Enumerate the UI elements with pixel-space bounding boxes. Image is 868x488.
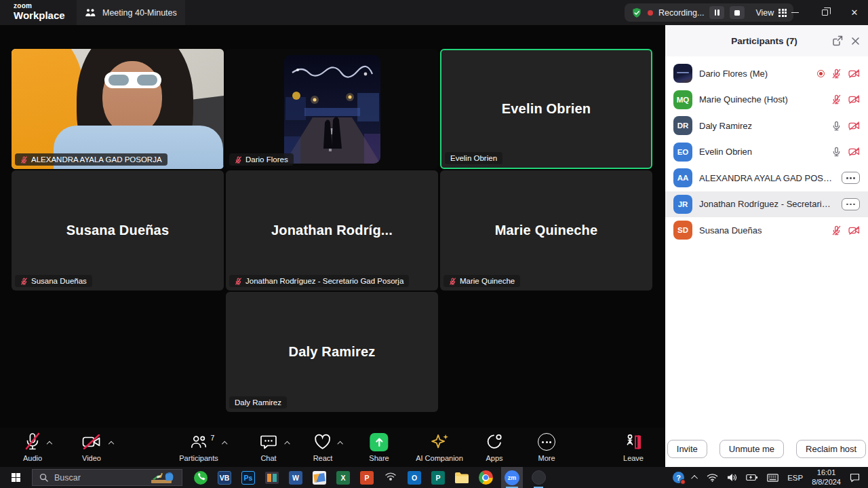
video-grid: ALEXANDRA AYALA GAD POSORJA bbox=[0, 25, 665, 428]
video-options-chevron[interactable] bbox=[108, 441, 114, 447]
participants-button[interactable]: 7 Participants bbox=[179, 432, 218, 462]
mic-muted-icon bbox=[25, 432, 40, 451]
volume-icon[interactable] bbox=[727, 473, 737, 482]
mic-muted-icon[interactable] bbox=[831, 94, 842, 105]
restore-button[interactable] bbox=[809, 0, 840, 25]
participants-options-chevron[interactable] bbox=[222, 441, 227, 447]
participant-row-dario[interactable]: Dario Flores (Me) bbox=[665, 60, 868, 87]
more-options-button[interactable] bbox=[842, 172, 860, 184]
language-indicator[interactable]: ESP bbox=[787, 474, 803, 482]
action-center-icon[interactable] bbox=[850, 473, 860, 483]
video-tile-marie[interactable]: Marie Quineche Marie Quineche bbox=[440, 170, 652, 290]
participant-row-alexandra[interactable]: AA ALEXANDRA AYALA GAD POSORJA bbox=[665, 165, 868, 191]
dario-video-feed bbox=[226, 49, 438, 169]
meeting-tab[interactable]: Meeting 40-Minutes bbox=[77, 0, 185, 25]
taskbar-app-video-editor[interactable] bbox=[264, 467, 280, 488]
popout-icon[interactable] bbox=[832, 35, 843, 46]
taskbar-app-photoshop[interactable]: Ps bbox=[240, 467, 256, 488]
react-button[interactable]: React bbox=[313, 432, 333, 462]
taskbar-app-zoom[interactable]: zm bbox=[501, 467, 523, 488]
video-button[interactable]: Video bbox=[82, 432, 101, 462]
taskbar-app-powerpoint[interactable]: P bbox=[359, 467, 375, 488]
participants-list: Dario Flores (Me) MQ Marie Quineche (Hos… bbox=[665, 56, 868, 244]
pause-recording-button[interactable] bbox=[709, 6, 724, 19]
video-tile-daly[interactable]: Daly Ramirez Daly Ramirez bbox=[226, 292, 438, 412]
video-tile-susana[interactable]: Susana Dueñas Susana Dueñas bbox=[12, 170, 224, 290]
taskbar-app-unknown[interactable] bbox=[530, 467, 547, 488]
taskbar-app-chrome[interactable] bbox=[477, 467, 494, 488]
help-tray-icon[interactable]: ? bbox=[673, 472, 684, 483]
participants-footer: Invite Unmute me Reclaim host bbox=[665, 440, 868, 458]
close-panel-icon[interactable] bbox=[851, 37, 860, 45]
close-icon: ✕ bbox=[851, 7, 859, 18]
participant-row-marie[interactable]: MQ Marie Quineche (Host) bbox=[665, 87, 868, 113]
audio-options-chevron[interactable] bbox=[47, 441, 52, 447]
whatsapp-icon bbox=[193, 470, 208, 485]
mic-on-icon[interactable] bbox=[831, 147, 842, 157]
taskbar-app-visual-basic[interactable]: VB bbox=[216, 467, 233, 488]
taskbar-app-word[interactable]: W bbox=[288, 467, 304, 488]
stop-recording-button[interactable] bbox=[730, 6, 745, 19]
more-options-button[interactable] bbox=[842, 198, 860, 210]
apps-button[interactable]: Apps bbox=[486, 432, 503, 462]
unmute-me-button[interactable]: Unmute me bbox=[719, 440, 784, 458]
reclaim-host-button[interactable]: Reclaim host bbox=[796, 440, 866, 458]
more-button[interactable]: More bbox=[538, 432, 555, 462]
mic-muted-icon bbox=[20, 278, 28, 285]
dark-app-icon bbox=[532, 470, 546, 485]
minimize-button[interactable] bbox=[779, 0, 810, 25]
taskbar-app-file-explorer[interactable] bbox=[454, 467, 470, 488]
leave-button[interactable]: Leave bbox=[623, 432, 644, 462]
tile-name-label: Susana Dueñas bbox=[15, 275, 92, 287]
logo-zoom-text: zoom bbox=[14, 3, 65, 10]
chat-options-chevron[interactable] bbox=[284, 441, 290, 447]
react-options-chevron[interactable] bbox=[338, 441, 343, 447]
hidden-icons-chevron[interactable] bbox=[691, 475, 698, 482]
taskbar-app-outlook[interactable]: O bbox=[406, 467, 422, 488]
close-button[interactable]: ✕ bbox=[839, 0, 868, 25]
more-ellipsis-icon bbox=[538, 433, 555, 451]
participant-row-evelin[interactable]: EO Evelin Obrien bbox=[665, 139, 868, 166]
camera-off-icon[interactable] bbox=[848, 226, 860, 235]
share-button[interactable]: Share bbox=[369, 432, 389, 462]
mic-muted-icon[interactable] bbox=[831, 69, 842, 79]
clock[interactable]: 16:01 8/8/2024 bbox=[812, 468, 841, 487]
ai-companion-button[interactable]: AI Companion bbox=[416, 432, 463, 462]
participant-row-daly[interactable]: DR Daly Ramirez bbox=[665, 113, 868, 139]
camera-off-icon[interactable] bbox=[848, 95, 860, 104]
camera-off-icon[interactable] bbox=[848, 121, 860, 130]
mic-on-icon[interactable] bbox=[831, 121, 842, 131]
taskbar-app-photos[interactable] bbox=[311, 467, 328, 488]
battery-icon[interactable] bbox=[746, 474, 758, 481]
touch-keyboard-icon[interactable] bbox=[767, 474, 778, 482]
taskbar-app-wireless-display[interactable] bbox=[382, 467, 399, 488]
participant-row-susana[interactable]: SD Susana Dueñas bbox=[665, 217, 868, 244]
notification-badge bbox=[680, 479, 686, 485]
tile-name-label: Daly Ramirez bbox=[229, 396, 287, 409]
audio-button[interactable]: Audio bbox=[23, 432, 42, 462]
taskbar-app-publisher[interactable]: P bbox=[430, 467, 446, 488]
mic-muted-icon[interactable] bbox=[831, 225, 842, 236]
restore-icon bbox=[822, 10, 828, 16]
wifi-icon[interactable] bbox=[707, 473, 718, 482]
video-tile-alexandra[interactable]: ALEXANDRA AYALA GAD POSORJA bbox=[12, 49, 224, 169]
video-tile-evelin[interactable]: Evelin Obrien Evelin Obrien bbox=[440, 49, 652, 169]
invite-button[interactable]: Invite bbox=[667, 440, 707, 458]
taskbar-search[interactable]: Buscar bbox=[32, 469, 182, 486]
avatar: SD bbox=[673, 221, 692, 240]
video-tile-jonathan[interactable]: Jonathan Rodríg... Jonathan Rodríguez - … bbox=[226, 170, 438, 290]
mic-muted-icon bbox=[20, 156, 28, 164]
taskbar-app-excel[interactable]: X bbox=[335, 467, 351, 488]
chat-icon bbox=[260, 434, 277, 450]
system-tray: ? ESP 16:01 8/8/2024 bbox=[673, 468, 868, 487]
camera-muted-icon bbox=[83, 434, 101, 449]
taskbar-app-whatsapp[interactable] bbox=[193, 467, 209, 488]
start-button[interactable] bbox=[0, 467, 32, 488]
security-shield-icon[interactable] bbox=[631, 7, 642, 18]
camera-off-icon[interactable] bbox=[848, 69, 860, 78]
camera-off-icon[interactable] bbox=[848, 147, 860, 156]
participant-row-jonathan[interactable]: JR Jonathan Rodríguez - Secretario Ga... bbox=[665, 191, 868, 218]
chat-button[interactable]: Chat bbox=[260, 432, 277, 462]
video-tile-dario[interactable]: Dario Flores bbox=[226, 49, 438, 169]
tile-name-label: Dario Flores bbox=[229, 153, 294, 166]
